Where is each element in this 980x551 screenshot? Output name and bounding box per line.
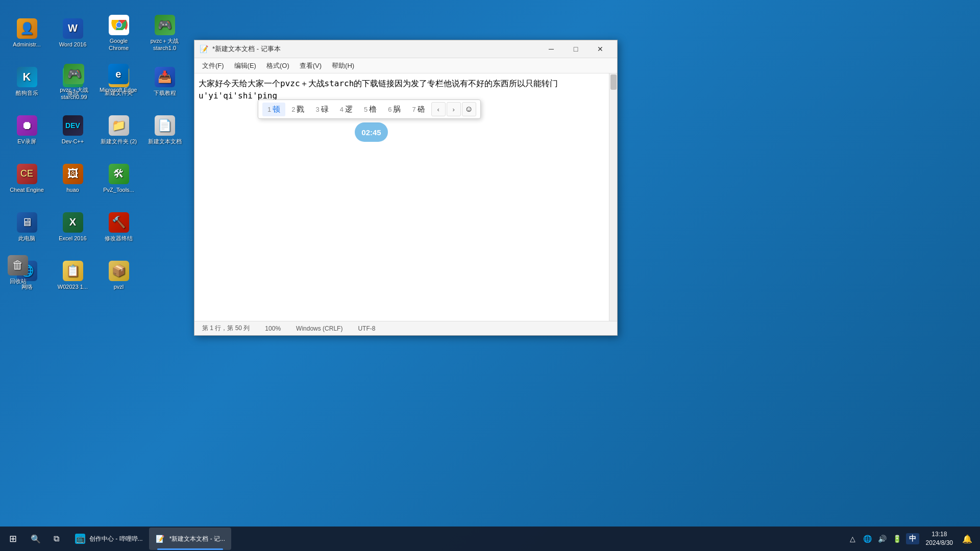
search-button[interactable]: 🔍 [26, 527, 46, 551]
tray-chevron-icon[interactable]: △ [847, 533, 859, 545]
pvzl-icon: 📦 [109, 261, 129, 281]
ime-next-button[interactable]: › [447, 102, 461, 116]
ev-icon: ⏺ [17, 115, 37, 136]
vertical-scrollbar[interactable] [609, 73, 617, 321]
cheat-label: Cheat Engine [10, 186, 44, 193]
desktop-icon-cheat[interactable]: CE Cheat Engine [5, 156, 48, 202]
start-icon: ⊞ [9, 533, 17, 544]
kugou-icon: K [17, 67, 37, 87]
pvztools-label: PvZ_Tools... [103, 186, 134, 193]
ime-candidate-6[interactable]: 6 脶 [383, 103, 406, 116]
desktop-icon-ev[interactable]: ⏺ EV录屏 [5, 107, 48, 153]
ime-candidate-2[interactable]: 2 戮 [286, 103, 309, 116]
menu-edit[interactable]: 编辑(E) [229, 59, 261, 72]
tray-volume-icon[interactable]: 🔊 [876, 533, 889, 545]
desktop: 👤 Administr... W Word 2016 Google Chrome [0, 0, 980, 551]
recycle-icon: 🗑 [8, 255, 28, 276]
w2023-icon: 📋 [63, 261, 83, 281]
desktop-icon-msedge[interactable]: e Microsoft Edge [97, 61, 139, 96]
tray-time: 13:18 [932, 530, 947, 539]
desktop-icon-dljc[interactable]: 📥 下载教程 [143, 59, 186, 105]
ime-prev-button[interactable]: ‹ [431, 102, 446, 116]
newfile-label: 新建文本文档 [148, 138, 182, 145]
repair-icon: 🔨 [109, 212, 129, 233]
notification-button[interactable]: 🔔 [960, 527, 975, 551]
taskbar-app-bilibili[interactable]: 📺 创作中心 - 哔哩哔... [69, 528, 149, 550]
statusbar-zoom: 100% [265, 325, 281, 332]
word-icon: W [63, 18, 83, 39]
menu-view[interactable]: 查看(V) [295, 59, 327, 72]
statusbar-encoding-type: Windows (CRLF) [296, 325, 342, 332]
desktop-icon-thispc[interactable]: 🖥 此电脑 [5, 204, 48, 250]
desktop-icon-recycle[interactable]: 🗑 回收站 [5, 253, 31, 287]
notepad-title-text: *新建文本文档 - 记事本 [212, 44, 281, 54]
notepad-statusbar: 第 1 行，第 50 列 100% Windows (CRLF) UTF-8 [194, 321, 617, 335]
excel-label: Excel 2016 [59, 235, 86, 242]
desktop-icon-pvzs[interactable]: 🎮 pvzc＋大战 starch0.99 [51, 61, 97, 104]
tray-date: 2024/8/30 [926, 539, 953, 547]
taskbar-app-notepad[interactable]: 📝 *新建文本文档 - 记... [149, 528, 231, 550]
newfile2-icon: 📁 [109, 115, 129, 136]
pvztools-icon: 🛠 [109, 164, 129, 184]
thispc-icon: 🖥 [17, 212, 37, 233]
desktop-icon-pvztools[interactable]: 🛠 PvZ_Tools... [97, 156, 140, 202]
menu-format[interactable]: 格式(O) [261, 59, 295, 72]
tray-clock[interactable]: 13:18 2024/8/30 [922, 529, 957, 548]
w2023-label: W02023 1... [58, 283, 88, 290]
ev-label: EV录屏 [17, 138, 36, 145]
bilibili-taskbar-icon: 📺 [75, 534, 85, 544]
pvzc1-label: pvzc＋大战 starch1.0 [145, 37, 184, 52]
timer-bubble[interactable]: 02:45 [355, 122, 388, 142]
ime-candidate-4[interactable]: 4 逻 [335, 103, 358, 116]
notepad-taskbar-icon: 📝 [155, 534, 165, 544]
newfile-icon: 📄 [155, 115, 175, 136]
ime-candidate-5[interactable]: 5 橹 [359, 103, 382, 116]
ime-emoji-button[interactable]: ☺ [462, 102, 476, 116]
svg-point-3 [116, 22, 121, 28]
desktop-icon-pvzc1[interactable]: 🎮 pvzc＋大战 starch1.0 [143, 10, 186, 56]
desktop-icon-admin[interactable]: 👤 Administr... [5, 10, 48, 56]
desktop-icon-excel[interactable]: X Excel 2016 [51, 204, 94, 250]
ime-candidate-1[interactable]: 1 顿 [262, 103, 285, 116]
desktop-icon-word[interactable]: W Word 2016 [51, 10, 94, 56]
tray-network-icon[interactable]: 🌐 [862, 533, 874, 545]
desktop-icon-w2023[interactable]: 📋 W02023 1... [51, 253, 94, 298]
desktop-icon-pvzl[interactable]: 📦 pvzl [97, 253, 140, 298]
desktop-icon-newfile[interactable]: 📄 新建文本文档 [143, 107, 186, 153]
menu-file[interactable]: 文件(F) [197, 59, 229, 72]
window-controls: ─ □ ✕ [540, 41, 612, 57]
dljc-label: 下载教程 [154, 89, 176, 96]
ime-candidate-7[interactable]: 7 硌 [407, 103, 430, 116]
timer-text: 02:45 [361, 128, 381, 137]
search-icon: 🔍 [31, 534, 41, 544]
ime-candidate-3[interactable]: 3 碌 [310, 103, 333, 116]
task-view-button[interactable]: ⧉ [46, 527, 66, 551]
huao-icon: 🖼 [63, 164, 83, 184]
desktop-icon-kugou[interactable]: K 酷狗音乐 [5, 59, 48, 105]
cheat-icon: CE [17, 164, 37, 184]
tray-battery-icon[interactable]: 🔋 [891, 533, 903, 545]
huao-label: huao [66, 186, 79, 193]
ime-indicator[interactable]: 中 [906, 533, 919, 544]
pvzl-label: pvzl [114, 283, 124, 290]
minimize-button[interactable]: ─ [540, 41, 563, 57]
devpp-label: Dev·C++ [62, 138, 84, 145]
desktop-icon-chrome[interactable]: Google Chrome [97, 10, 140, 56]
bilibili-taskbar-label: 创作中心 - 哔哩哔... [89, 535, 143, 543]
desktop-icon-devpp[interactable]: DEV Dev·C++ [51, 107, 94, 153]
maximize-button[interactable]: □ [564, 41, 587, 57]
taskbar: ⊞ 🔍 ⧉ 📺 创作中心 - 哔哩哔... 📝 *新建文本文档 - 记... △… [0, 527, 980, 551]
desktop-icon-repair[interactable]: 🔨 修改器终结 [97, 204, 140, 250]
start-button[interactable]: ⊞ [0, 527, 26, 551]
desktop-icon-huao[interactable]: 🖼 huao [51, 156, 94, 202]
menu-help[interactable]: 帮助(H) [327, 59, 359, 72]
desktop-icon-newfile2[interactable]: 📁 新建文件夹 (2) [97, 107, 140, 153]
recycle-label: 回收站 [10, 278, 27, 285]
msedge-label: Microsoft Edge [100, 86, 137, 93]
thispc-label: 此电脑 [18, 235, 35, 242]
pvzc1-icon: 🎮 [155, 15, 175, 35]
admin-icon: 👤 [17, 18, 37, 39]
admin-label: Administr... [13, 41, 40, 48]
pvzs-icon: 🎮 [64, 64, 84, 84]
close-button[interactable]: ✕ [589, 41, 612, 57]
